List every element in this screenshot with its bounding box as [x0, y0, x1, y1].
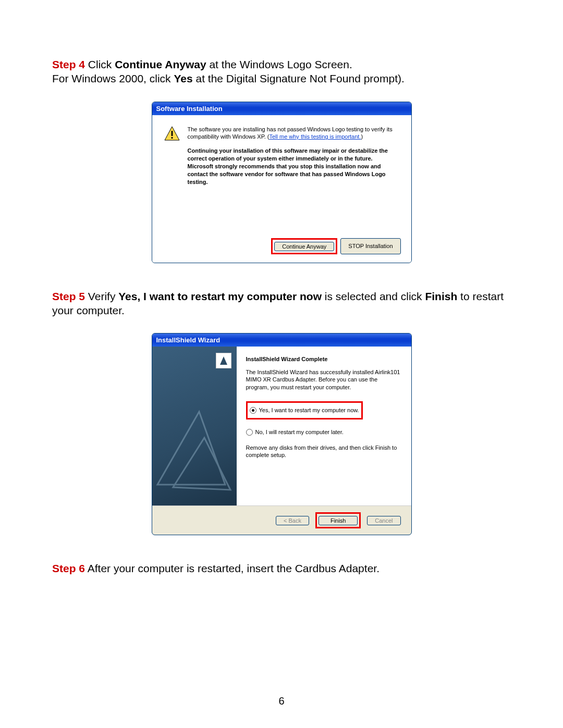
highlight-box: Continue Anyway — [271, 238, 337, 254]
highlight-box: Yes, I want to restart my computer now. — [246, 401, 363, 419]
cancel-button: Cancel — [367, 516, 400, 525]
continue-anyway-button[interactable]: Continue Anyway — [274, 242, 334, 251]
svg-marker-3 — [220, 356, 227, 365]
installshield-wizard-dialog: InstallShield Wizard InstallShield Wizar… — [152, 333, 412, 535]
dialog-warning-bold: Continuing your installation of this sof… — [188, 147, 400, 186]
finish-button[interactable]: Finish — [319, 516, 358, 525]
highlight-box: Finish — [315, 512, 361, 528]
step5-paragraph: Step 5 Verify Yes, I want to restart my … — [52, 289, 511, 318]
restart-later-radio[interactable]: No, I will restart my computer later. — [246, 429, 402, 436]
dialog-title: InstallShield Wizard — [152, 334, 411, 347]
wizard-main-panel: InstallShield Wizard Complete The Instal… — [237, 347, 411, 505]
radio-unselected-icon — [246, 429, 253, 436]
tell-me-why-link[interactable]: Tell me why this testing is important. — [269, 133, 361, 140]
dialog-title: Software Installation — [152, 102, 411, 115]
wizard-paragraph-2: Remove any disks from their drives, and … — [246, 444, 402, 459]
wizard-side-panel — [152, 347, 237, 505]
svg-marker-5 — [173, 438, 230, 490]
svg-rect-1 — [171, 131, 173, 136]
step5-label: Step 5 — [52, 290, 85, 302]
wizard-button-row: < Back Finish Cancel — [152, 505, 411, 535]
step6-paragraph: Step 6 After your computer is restarted,… — [52, 561, 511, 575]
restart-now-radio[interactable]: Yes, I want to restart my computer now. — [250, 407, 359, 414]
step4-paragraph: Step 4 Click Continue Anyway at the Wind… — [52, 57, 511, 86]
step6-label: Step 6 — [52, 562, 85, 574]
dialog-message: The software you are installing has not … — [188, 126, 400, 186]
back-button: < Back — [276, 516, 309, 525]
svg-rect-2 — [171, 137, 173, 139]
step4-label: Step 4 — [52, 58, 85, 70]
software-installation-dialog: Software Installation The software you a… — [152, 102, 412, 263]
wizard-heading: InstallShield Wizard Complete — [246, 356, 402, 362]
page-number: 6 — [0, 695, 563, 707]
svg-marker-4 — [157, 412, 225, 485]
radio-selected-icon — [250, 407, 256, 414]
dialog-button-row: Continue Anyway STOP Installation — [152, 191, 411, 263]
wizard-paragraph-1: The InstallShield Wizard has successfull… — [246, 368, 402, 391]
stop-installation-button[interactable]: STOP Installation — [340, 238, 400, 254]
installshield-logo-icon — [216, 353, 231, 368]
warning-icon — [164, 126, 180, 186]
